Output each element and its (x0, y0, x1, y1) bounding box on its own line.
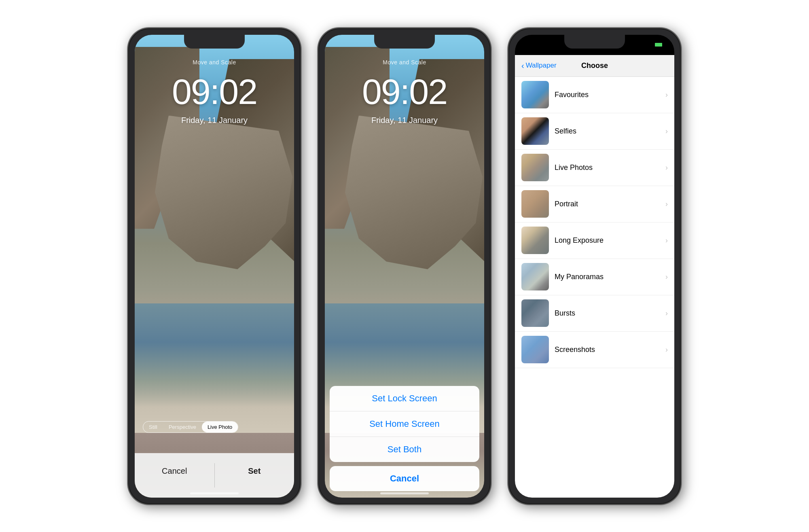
label-bursts: Bursts (555, 309, 665, 318)
page-title: Choose (581, 61, 608, 70)
mode-buttons-group: Still Perspective Live Photo (143, 421, 238, 433)
move-scale-label-2: Move and Scale (325, 59, 484, 66)
label-selfies: Selfies (555, 127, 665, 136)
move-scale-label: Move and Scale (135, 59, 294, 66)
back-button[interactable]: ‹ Wallpaper (521, 61, 557, 70)
thumb-longexposure (521, 227, 549, 254)
set-home-screen-button[interactable]: Set Home Screen (330, 411, 479, 437)
status-time: 09:02 (525, 41, 542, 49)
set-lock-screen-button[interactable]: Set Lock Screen (330, 386, 479, 411)
phone-3: 09:02 ▲ ‹ Wa (508, 28, 682, 505)
status-icons: ▲ (637, 42, 665, 48)
label-panoramas: My Panoramas (555, 273, 665, 281)
thumb-livephotos (521, 154, 549, 181)
action-group: Set Lock Screen Set Home Screen Set Both (330, 386, 479, 462)
mode-perspective[interactable]: Perspective (163, 422, 202, 432)
mode-livephoto[interactable]: Live Photo (202, 422, 238, 432)
water-area (135, 303, 294, 433)
list-item-selfies[interactable]: Selfies › (515, 113, 674, 150)
phone-1-screen: Move and Scale 09:02 Friday, 11 January … (135, 35, 294, 498)
chevron-screenshots: › (665, 345, 668, 354)
set-button[interactable]: Set (215, 466, 294, 484)
signal-icon (637, 42, 644, 48)
list-item-bursts[interactable]: Bursts › (515, 295, 674, 332)
signal-bar-1 (637, 46, 638, 48)
cancel-action-button[interactable]: Cancel (330, 466, 479, 491)
home-indicator-3 (570, 492, 619, 494)
signal-bar-3 (641, 44, 642, 48)
cancel-button[interactable]: Cancel (135, 466, 214, 484)
chevron-portrait: › (665, 200, 668, 208)
thumb-screenshots (521, 336, 549, 363)
notch-2 (374, 35, 435, 49)
label-livephotos: Live Photos (555, 163, 665, 172)
list-item-favourites[interactable]: Favourites › (515, 77, 674, 113)
action-sheet: Set Lock Screen Set Home Screen Set Both… (325, 381, 484, 498)
set-both-button[interactable]: Set Both (330, 437, 479, 462)
thumb-portrait (521, 190, 549, 218)
lockscreen-time: 09:02 (135, 71, 294, 112)
phone-3-screen: 09:02 ▲ ‹ Wa (515, 35, 674, 498)
choose-screen: 09:02 ▲ ‹ Wa (515, 35, 674, 498)
lockscreen-date: Friday, 11 January (135, 116, 294, 125)
list-item-livephotos[interactable]: Live Photos › (515, 150, 674, 186)
home-indicator (190, 492, 239, 494)
thumb-selfies (521, 117, 549, 145)
chevron-longexposure: › (665, 236, 668, 245)
notch (184, 35, 245, 49)
wifi-icon: ▲ (646, 42, 652, 48)
bottom-action-bar: Cancel Set (135, 453, 294, 498)
battery-fill (655, 43, 662, 47)
back-chevron-icon: ‹ (521, 61, 524, 70)
phone-2-screen: Move and Scale 09:02 Friday, 11 January … (325, 35, 484, 498)
back-label: Wallpaper (526, 61, 557, 70)
chevron-selfies: › (665, 127, 668, 136)
list-item-screenshots[interactable]: Screenshots › (515, 332, 674, 368)
chevron-favourites: › (665, 91, 668, 99)
chevron-panoramas: › (665, 273, 668, 281)
thumb-panoramas (521, 263, 549, 290)
label-screenshots: Screenshots (555, 345, 665, 354)
chevron-livephotos: › (665, 163, 668, 172)
notch-3 (564, 35, 625, 49)
home-indicator-2 (380, 492, 429, 494)
thumb-favourites (521, 81, 549, 108)
label-portrait: Portrait (555, 200, 665, 208)
battery-icon (654, 42, 665, 47)
signal-bar-4 (642, 43, 644, 48)
mode-still[interactable]: Still (143, 422, 163, 432)
signal-bar-2 (639, 45, 640, 48)
thumb-bursts (521, 299, 549, 327)
chevron-bursts: › (665, 309, 668, 318)
label-favourites: Favourites (555, 91, 665, 99)
phone-2: Move and Scale 09:02 Friday, 11 January … (318, 28, 491, 505)
photo-album-list: Favourites › Selfies › Live Photos › (515, 77, 674, 498)
nav-bar: ‹ Wallpaper Choose (515, 55, 674, 77)
list-item-portrait[interactable]: Portrait › (515, 186, 674, 223)
list-item-panoramas[interactable]: My Panoramas › (515, 259, 674, 295)
lockscreen-time-2: 09:02 (325, 71, 484, 112)
lockscreen-date-2: Friday, 11 January (325, 116, 484, 125)
list-item-longexposure[interactable]: Long Exposure › (515, 223, 674, 259)
phone-1: Move and Scale 09:02 Friday, 11 January … (127, 28, 301, 505)
label-longexposure: Long Exposure (555, 236, 665, 245)
